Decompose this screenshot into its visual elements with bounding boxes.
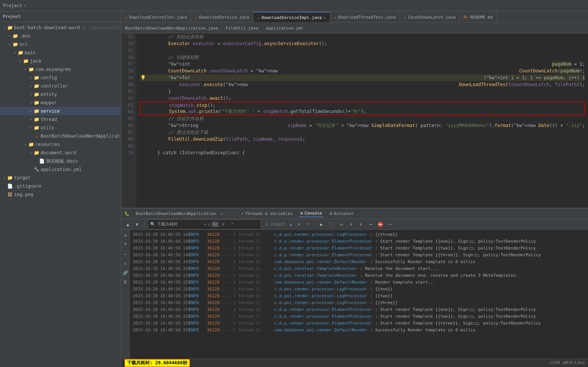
tab-close-btn[interactable]: ✕: [324, 16, 326, 20]
debug-tab-console[interactable]: ≡ Console: [299, 210, 323, 217]
side-indent-btn[interactable]: ⬌: [122, 251, 129, 258]
whole-word-btn[interactable]: W: [221, 221, 226, 227]
side-outdent-btn[interactable]: ≡: [122, 260, 129, 267]
side-filter-btn[interactable]: 🔗: [122, 269, 129, 276]
project-arrow[interactable]: ▾: [24, 3, 26, 8]
secondary-tab[interactable]: FileUtil.java: [222, 23, 262, 33]
tree-label: .gitignore: [14, 184, 41, 189]
next-result-btn[interactable]: ▼: [296, 221, 303, 228]
clear-btn[interactable]: ⛔: [376, 220, 385, 229]
sidebar-item[interactable]: ▾ 📁 boot-batch-download-word D:\java\mys…: [0, 24, 121, 32]
line-number: 61: [124, 88, 133, 95]
tree-arrow: ▾: [28, 109, 33, 113]
debug-session-close[interactable]: ✕: [221, 212, 223, 216]
stop-btn[interactable]: ⬛: [327, 220, 336, 229]
case-sensitive-btn[interactable]: Cc: [212, 221, 219, 227]
sidebar-item[interactable]: 📄 测试模板.docx: [0, 157, 121, 165]
debug-toolbar: ▲ ▼ 🔍 ✕ ↺ Cc W .* 1 result ▲ ▼ ▽: [121, 219, 588, 230]
sidebar-item[interactable]: ▾ 📁 document.word: [0, 149, 121, 157]
secondary-tab[interactable]: application.yml: [262, 23, 307, 33]
log-level: INFO: [189, 293, 204, 300]
tree-label: target: [14, 175, 30, 180]
log-time: 2023-10-20 16:48:50.159: [133, 300, 186, 306]
file-tab[interactable]: ☕ DownloadThreadTest.java: [330, 12, 400, 22]
secondary-tab-bar: BootBatchDownloadWordApplication.javaFil…: [121, 23, 588, 33]
prev-result-btn[interactable]: ▲: [287, 221, 294, 228]
step-over-btn[interactable]: ⤼: [337, 220, 345, 229]
debug-tab-actuator[interactable]: ⚙ Actuator: [328, 210, 355, 217]
log-sep: ---: [223, 320, 230, 327]
search-input[interactable]: [157, 222, 202, 227]
debug-tab-console-label: Console: [304, 211, 322, 216]
debug-tab-threads[interactable]: ⚡ Threads & Variables: [240, 210, 294, 217]
tree-arrow: ▾: [28, 93, 33, 96]
tree-label: application.yml: [41, 167, 82, 172]
log-bracket: [ thread-1]: [233, 272, 271, 279]
sidebar-item[interactable]: ▾ 📁 com.muyangren: [0, 65, 121, 74]
resume-btn[interactable]: ▶: [317, 220, 326, 229]
side-up-btn[interactable]: ▲: [122, 231, 129, 238]
code-line: executor.execute("kw">new DownLoadThread…: [140, 81, 585, 88]
filter-btn[interactable]: ▽: [304, 221, 311, 228]
result-count: 1 result: [266, 222, 286, 227]
regex-btn[interactable]: .*: [227, 221, 235, 227]
search-bar[interactable]: 🔍 ✕ ↺ Cc W .*: [147, 220, 261, 229]
log-bracket: [ thread-1]: [233, 313, 271, 320]
scroll-up-btn[interactable]: ▲: [124, 220, 132, 229]
secondary-tab[interactable]: BootBatchDownloadWordApplication.java: [121, 23, 222, 33]
tab-icon: ☕: [334, 15, 336, 19]
hint-icon[interactable]: 💡: [140, 74, 146, 81]
log-time: 2023-10-20 16:48:50.159: [133, 286, 186, 293]
sidebar-item[interactable]: ▾ 📁 .mvn: [0, 32, 121, 40]
threads-icon: ⚡: [241, 211, 244, 216]
code-line: } catch (InterruptedException) {: [140, 149, 585, 156]
sidebar-tree[interactable]: ▾ 📁 boot-batch-download-word D:\java\mys…: [0, 22, 121, 367]
secondary-tab-label: BootBatchDownloadWordApplication.java: [125, 26, 218, 31]
bottom-result: 下载共耗时: 29.6844688秒: [124, 359, 190, 367]
code-scroll[interactable]: 535455565758596061626364656667686970 // …: [121, 33, 588, 208]
sidebar-item[interactable]: 🖼 img.png: [0, 190, 121, 199]
log-class: c.d.poi.resolver.TemplateResolver: [274, 272, 357, 279]
scroll-down-btn[interactable]: ▼: [133, 220, 141, 229]
scissors-btn[interactable]: ✂: [386, 220, 395, 229]
sidebar-item[interactable]: ▾ 📁 controller: [0, 82, 121, 90]
sidebar-item[interactable]: ▾ 📁 utils: [0, 124, 121, 132]
sidebar-item[interactable]: ▾ 📁 service: [0, 107, 121, 115]
sidebar-item[interactable]: 📄 .gitignore: [0, 182, 121, 190]
sidebar-item[interactable]: ▾ 📁 src: [0, 40, 121, 49]
side-down-btn[interactable]: ▼: [122, 240, 129, 247]
sidebar-item[interactable]: ▾ 📁 mapper: [0, 99, 121, 107]
file-tab[interactable]: M+ README.md: [460, 12, 497, 22]
sidebar-item[interactable]: ▾ 📁 entity: [0, 90, 121, 99]
console-output[interactable]: 2023-10-20 16:48:50.140 INFO 36228 --- […: [130, 230, 588, 359]
sidebar-item[interactable]: ▾ 📁 java: [0, 57, 121, 65]
log-line: 2023-10-20 16:48:50.159 INFO 36228 --- […: [133, 320, 585, 327]
project-label[interactable]: Project: [3, 3, 22, 8]
search-history-btn[interactable]: ↺: [208, 222, 210, 226]
secondary-tab-label: application.yml: [266, 26, 303, 31]
sidebar-item[interactable]: ▾ 📁 thread: [0, 115, 121, 124]
step-out-btn[interactable]: ⬆: [357, 220, 365, 229]
file-tab[interactable]: ☕ DownloadController.java: [121, 12, 191, 22]
search-clear-btn[interactable]: ✕: [204, 222, 206, 226]
run-to-cursor-btn[interactable]: ↩: [367, 220, 375, 229]
log-pid: 36228: [207, 252, 220, 259]
sidebar-item[interactable]: ▾ 📁 target: [0, 174, 121, 182]
sidebar-item[interactable]: ▾ 📁 config: [0, 74, 121, 82]
log-time: 2023-10-20 16:48:50.158: [133, 265, 186, 272]
log-pid: 36228: [207, 245, 220, 252]
log-time: 2023-10-20 16:48:50.140: [133, 252, 186, 259]
file-tab[interactable]: ☕ DownloadService.java: [191, 12, 253, 22]
side-trash-btn[interactable]: 🗑: [122, 278, 129, 285]
file-tab[interactable]: ☕ CountDownLatch.java: [400, 12, 460, 22]
log-pid: 36228: [207, 231, 220, 238]
sidebar-item[interactable]: 🔧 application.yml: [0, 165, 121, 174]
sidebar-item[interactable]: ▾ 📁 resources: [0, 140, 121, 149]
file-tab[interactable]: ☕ DownloadServiceImpl.java ✕: [254, 12, 330, 22]
sidebar-item[interactable]: ☕ BootBatchDownloadWordApplicatio...: [0, 132, 121, 140]
step-into-btn[interactable]: ⬇: [347, 220, 355, 229]
debug-panel: 🐛 BootBatchDownloadWordApplication ✕ ⚡ T…: [121, 208, 588, 367]
debug-tab-actuator-label: Actuator: [334, 211, 354, 216]
sidebar-item[interactable]: ▾ 📁 main: [0, 49, 121, 57]
tree-label: 测试模板.docx: [46, 158, 78, 165]
